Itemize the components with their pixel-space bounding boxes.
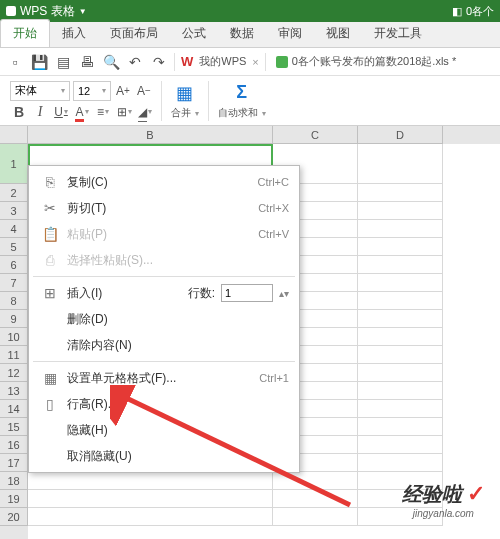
underline-button[interactable]: U▾: [52, 103, 70, 121]
row-header-19[interactable]: 19: [0, 490, 28, 508]
cell[interactable]: [358, 346, 443, 364]
title-dropdown-icon[interactable]: ▼: [79, 7, 87, 16]
menu-copy[interactable]: ⎘ 复制(C) Ctrl+C: [29, 169, 299, 195]
menu-insert[interactable]: ⊞ 插入(I) 行数: ▴▾: [29, 280, 299, 306]
cell[interactable]: [358, 364, 443, 382]
italic-button[interactable]: I: [31, 103, 49, 121]
row-header-4[interactable]: 4: [0, 220, 28, 238]
row-header-13[interactable]: 13: [0, 382, 28, 400]
cell[interactable]: [28, 490, 273, 508]
row-header-1[interactable]: 1: [0, 144, 28, 184]
cell[interactable]: [358, 202, 443, 220]
tab-dev-tools[interactable]: 开发工具: [362, 20, 434, 47]
font-name-select[interactable]: 宋体▾: [10, 81, 70, 101]
cell[interactable]: [358, 436, 443, 454]
redo-icon[interactable]: ↷: [150, 53, 168, 71]
column-headers: BCD: [28, 126, 500, 144]
menu-clear[interactable]: 清除内容(N): [29, 332, 299, 358]
row-header-15[interactable]: 15: [0, 418, 28, 436]
row-header-17[interactable]: 17: [0, 454, 28, 472]
close-mywps-icon[interactable]: ×: [252, 56, 258, 68]
col-header-C[interactable]: C: [273, 126, 358, 144]
cell[interactable]: [358, 328, 443, 346]
bold-button[interactable]: B: [10, 103, 28, 121]
menu-unhide[interactable]: 取消隐藏(U): [29, 443, 299, 469]
decrease-font-icon[interactable]: A−: [135, 82, 153, 100]
menu-format-cells[interactable]: ▦ 设置单元格格式(F)... Ctrl+1: [29, 365, 299, 391]
corner-select-all[interactable]: [0, 126, 28, 144]
menu-row-height[interactable]: ▯ 行高(R)...: [29, 391, 299, 417]
fill-color-button[interactable]: ◢▾: [136, 103, 154, 121]
open-icon[interactable]: ▤: [54, 53, 72, 71]
print-icon[interactable]: 🖶: [78, 53, 96, 71]
tab-formula[interactable]: 公式: [170, 20, 218, 47]
cell[interactable]: [358, 220, 443, 238]
preview-icon[interactable]: 🔍: [102, 53, 120, 71]
rows-count-input[interactable]: [221, 284, 273, 302]
tab-data[interactable]: 数据: [218, 20, 266, 47]
row-header-5[interactable]: 5: [0, 238, 28, 256]
menu-paste[interactable]: 📋 粘贴(P) Ctrl+V: [29, 221, 299, 247]
font-size-select[interactable]: 12▾: [73, 81, 111, 101]
cell[interactable]: [273, 508, 358, 526]
border-button[interactable]: ⊞▾: [115, 103, 133, 121]
row-header-20[interactable]: 20: [0, 508, 28, 526]
row-header-9[interactable]: 9: [0, 310, 28, 328]
tab-review[interactable]: 审阅: [266, 20, 314, 47]
menu-paste-special[interactable]: ⎙ 选择性粘贴(S)...: [29, 247, 299, 273]
cell[interactable]: [358, 400, 443, 418]
new-file-icon[interactable]: ▫: [6, 53, 24, 71]
row-header-11[interactable]: 11: [0, 346, 28, 364]
row-header-16[interactable]: 16: [0, 436, 28, 454]
col-header-B[interactable]: B: [28, 126, 273, 144]
separator: [161, 81, 162, 121]
cell[interactable]: [358, 292, 443, 310]
cell[interactable]: [273, 490, 358, 508]
row-header-7[interactable]: 7: [0, 274, 28, 292]
menu-hide[interactable]: 隐藏(H): [29, 417, 299, 443]
menu-cut[interactable]: ✂ 剪切(T) Ctrl+X: [29, 195, 299, 221]
autosum-button[interactable]: Σ 自动求和 ▾: [212, 80, 272, 122]
cell[interactable]: [358, 418, 443, 436]
document-tab[interactable]: 0各个账号发布的篇数2018起.xls *: [272, 54, 460, 69]
separator: [33, 276, 295, 277]
row-header-8[interactable]: 8: [0, 292, 28, 310]
my-wps-link[interactable]: 我的WPS: [199, 54, 246, 69]
menu-delete[interactable]: 删除(D): [29, 306, 299, 332]
cell[interactable]: [358, 382, 443, 400]
wps-logo-icon[interactable]: W: [181, 54, 193, 69]
cell[interactable]: [358, 310, 443, 328]
row-header-3[interactable]: 3: [0, 202, 28, 220]
align-button[interactable]: ≡▾: [94, 103, 112, 121]
row-header-2[interactable]: 2: [0, 184, 28, 202]
xls-file-icon: [276, 56, 288, 68]
tab-home[interactable]: 开始: [0, 19, 50, 47]
row-header-6[interactable]: 6: [0, 256, 28, 274]
separator: [208, 81, 209, 121]
font-color-button[interactable]: A▾: [73, 103, 91, 121]
cell[interactable]: [358, 238, 443, 256]
cell[interactable]: [273, 472, 358, 490]
col-header-D[interactable]: D: [358, 126, 443, 144]
tab-view[interactable]: 视图: [314, 20, 362, 47]
cell[interactable]: [28, 508, 273, 526]
cell[interactable]: [358, 144, 443, 184]
watermark-text: 经验啦: [402, 483, 462, 505]
save-icon[interactable]: 💾: [30, 53, 48, 71]
row-header-10[interactable]: 10: [0, 328, 28, 346]
row-height-icon: ▯: [39, 396, 61, 412]
row-header-12[interactable]: 12: [0, 364, 28, 382]
merge-button[interactable]: ▦ 合并 ▾: [165, 80, 205, 122]
spinner-icon[interactable]: ▴▾: [279, 288, 289, 299]
cell[interactable]: [358, 256, 443, 274]
row-header-14[interactable]: 14: [0, 400, 28, 418]
cell[interactable]: [358, 184, 443, 202]
undo-icon[interactable]: ↶: [126, 53, 144, 71]
tab-page-layout[interactable]: 页面布局: [98, 20, 170, 47]
row-header-18[interactable]: 18: [0, 472, 28, 490]
cell[interactable]: [358, 274, 443, 292]
cell[interactable]: [28, 472, 273, 490]
tab-insert[interactable]: 插入: [50, 20, 98, 47]
increase-font-icon[interactable]: A+: [114, 82, 132, 100]
cell[interactable]: [358, 454, 443, 472]
